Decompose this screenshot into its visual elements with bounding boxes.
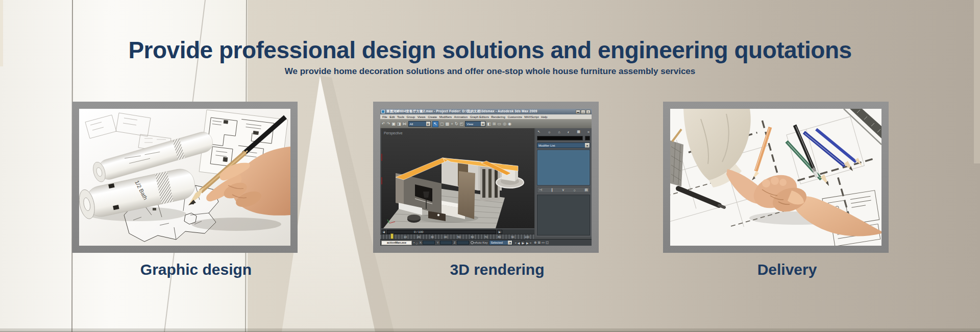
menu-item: Rendering [491, 115, 505, 118]
3ds-max-window: 莱茵河畔604室客厅方案2.max - Project Folder: D:\我… [380, 109, 592, 246]
timeline-ruler: 102030405060708090100 [380, 234, 534, 239]
toolbar-icon: ↷ [387, 122, 390, 126]
toolbar-icon: ⊞ [493, 122, 496, 126]
menu-item: Group [407, 115, 415, 118]
graphic-design-photo: 1/2 Bath [79, 109, 290, 246]
app-icon [381, 110, 385, 113]
menu-item: Create [428, 115, 437, 118]
frame-counter: 0 / 100 [387, 230, 496, 234]
selection-filter-value: All [409, 123, 426, 126]
selection-filter-dropdown: All ▼ [408, 121, 431, 127]
nav-icon: ▭ [542, 241, 545, 245]
stack-button-icon: ○ [574, 188, 576, 192]
menu-item: Help [541, 115, 547, 118]
caption-delivery: Delivery [674, 261, 900, 278]
menu-item: Views [418, 115, 426, 118]
playback-icon: ▶ [521, 241, 525, 245]
panel-tab-icon: ◐ [568, 130, 570, 134]
hand-shadow [191, 218, 281, 231]
toolbar-icon: + [451, 122, 453, 126]
page-subtitle: We provide home decoration solutions and… [0, 66, 980, 77]
toolbar-icon: ▣ [391, 122, 396, 126]
menu-item: Tools [397, 115, 404, 118]
card-graphic-design[interactable]: 1/2 Bath [72, 102, 298, 253]
y-label: Y: [436, 241, 439, 244]
timeline-tick: 70 [484, 235, 487, 239]
toolbar-icon: ↻ [455, 122, 458, 126]
toolbar-icon: ◰ [460, 122, 464, 126]
status-bar: actionMan.exe ▪◇ X: Y: Z: Auto Key Sele [380, 239, 592, 246]
perspective-viewport: Perspective [381, 128, 534, 228]
menu-item: Modifiers [439, 115, 452, 118]
playback-controls: «◀▶▶» [514, 241, 532, 245]
y-field [440, 241, 452, 245]
menu-item: Graph Editors [470, 115, 489, 118]
timeline-tick: 20 [417, 235, 420, 239]
timeline-tick: 80 [498, 235, 501, 239]
modifier-list-dropdown: Modifier List ▼ [537, 143, 590, 148]
playback-icon: « [514, 241, 516, 244]
viewport-label: Perspective [384, 131, 403, 135]
timeline-tick: 40 [444, 235, 447, 239]
panel-tab-icon: ▦ [577, 130, 580, 134]
toolbar-icon: ◨ [397, 122, 401, 126]
stack-button-icon: ∨ [562, 188, 565, 192]
caption-graphic-design: Graphic design [83, 261, 309, 278]
timeline-tick: 30 [431, 235, 434, 239]
z-label: Z: [454, 241, 456, 244]
chevron-down-icon: ▼ [481, 122, 485, 126]
playback-icon: ▶ [526, 241, 529, 245]
modifier-stack [537, 150, 590, 185]
menu-bar: FileEditToolsGroupViewsCreateModifiersAn… [380, 114, 592, 120]
x-label: X: [420, 241, 423, 244]
menu-item: MAXScript [524, 115, 538, 118]
playback-icon: » [530, 241, 531, 244]
nav-icon: ⊞ [538, 241, 541, 245]
nav-icon: ◱ [546, 241, 549, 245]
timeline-tick: 50 [457, 235, 460, 239]
menu-item: Customize [507, 115, 522, 118]
playback-icon: ◀ [518, 241, 520, 245]
window-button: × [586, 110, 591, 114]
rollout-area [537, 195, 590, 235]
toolbar: ↶↷▣◨⋈ All ▼ ↖ ▢▩+↻◰ View ▼ ◧⊞▭◎◉ [380, 120, 592, 128]
color-swatch [585, 136, 590, 140]
modifier-list-label: Modifier List [537, 144, 585, 147]
x-coordinate: X: [420, 241, 435, 245]
timeline-tick: 60 [471, 235, 474, 239]
timeline-slider-handle [390, 233, 394, 239]
timeline-tick: 100 [525, 235, 529, 239]
command-panel: ↖☼⌂◐▦≡ Modifier List ▼ ⊣∥∨○▤ [535, 128, 592, 237]
card-3d-rendering[interactable]: 莱茵河畔604室客厅方案2.max - Project Folder: D:\我… [373, 102, 599, 253]
window-title-bar: 莱茵河畔604室客厅方案2.max - Project Folder: D:\我… [380, 109, 592, 114]
prev-frame-icon: ◀ [382, 230, 386, 234]
window-buttons: ▬□× [576, 110, 591, 114]
panel-tab-icon: ↖ [537, 130, 541, 134]
wood-partition [458, 171, 475, 219]
toolbar-icons-a: ↶↷▣◨⋈ [382, 122, 407, 126]
page-title: Provide professional design solutions an… [0, 36, 980, 64]
stack-buttons: ⊣∥∨○▤ [537, 187, 590, 193]
panel-tab-icon: ☼ [548, 130, 551, 134]
toolbar-icon: ◉ [508, 122, 511, 126]
toolbar-icon: ⋈ [403, 122, 407, 126]
card-delivery[interactable] [663, 102, 889, 253]
hero-banner: Provide professional design solutions an… [0, 0, 980, 332]
status-icon: ▪ [413, 241, 414, 245]
x-field [423, 241, 435, 245]
window-title: 莱茵河畔604室客厅方案2.max - Project Folder: D:\我… [386, 109, 574, 114]
toolbar-icons-c: ◧⊞▭◎◉ [487, 122, 511, 126]
auto-key-label: Auto Key [475, 241, 487, 244]
chevron-down-icon: ▼ [508, 241, 512, 245]
maxscript-mini-listener: actionMan.exe [381, 241, 412, 245]
panel-tab-icon: ≡ [587, 130, 590, 134]
z-coordinate: Z: [454, 241, 469, 245]
toolbar-icon: ▭ [498, 122, 502, 126]
selection-set-dropdown: Selected ▼ [489, 240, 512, 245]
toolbar-icon: ▢ [440, 122, 444, 126]
reference-coordinate-dropdown: View ▼ [465, 121, 485, 127]
marker-tip [719, 205, 724, 207]
menu-item: Edit [389, 115, 395, 118]
stack-button-icon: ⊣ [539, 188, 542, 192]
caption-3d-rendering: 3D rendering [384, 261, 610, 278]
